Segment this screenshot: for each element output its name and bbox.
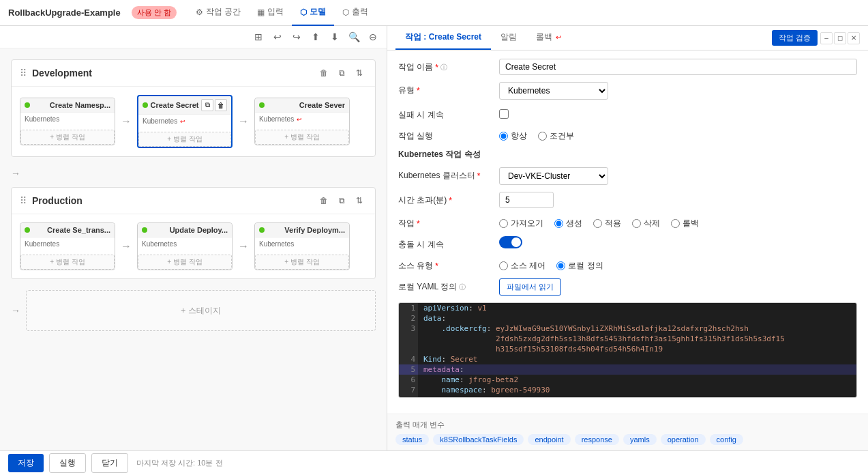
stage-settings-btn[interactable]: ⇅ [352,66,367,81]
timeout-input[interactable] [499,192,554,208]
file-read-btn[interactable]: 파일에서 읽기 [499,278,561,296]
search-btn[interactable]: 🔍 [346,29,362,45]
task-parallel-add-server[interactable]: + 병렬 작업 [255,130,349,145]
radio-always[interactable]: 항상 [499,130,527,142]
stage-delete-btn[interactable]: 🗑 [316,66,331,81]
zoom-out-btn[interactable]: ⊖ [365,29,381,45]
tab-task-detail[interactable]: 작업 : Create Secret [395,26,491,50]
tab-output[interactable]: ⬡ 출력 [334,0,376,26]
task-parallel-add-verify[interactable]: + 병렬 작업 [255,255,349,270]
task-wrap-create-se-trans: Create Se_trans... Kubernetes + 병렬 작업 [20,222,115,270]
label-k8s-cluster: Kubernetes 클러스터 * [398,167,494,182]
tab-rollback[interactable]: 롤백 ↩ [526,26,571,50]
task-name-input[interactable] [499,59,857,75]
output-tag-yamls[interactable]: yamls [623,434,657,445]
radio-fetch-input[interactable] [499,219,508,228]
radio-fetch[interactable]: 가져오기 [499,218,543,229]
label-task-run: 작업 실행 [398,128,494,142]
undo-btn[interactable]: ↩ [269,29,286,45]
tab-alerts[interactable]: 알림 [491,26,526,50]
code-line-3: 3 .dockercfg: eyJzWIwaG9ueS10YWSnby1iZXR… [399,323,856,334]
radio-delete-input[interactable] [632,219,641,228]
radio-conditional[interactable]: 조건부 [538,130,574,142]
code-editor[interactable]: 1 apiVersion: v1 2 data: 3 .dockercfg: e… [398,302,857,398]
tab-workspace[interactable]: ⚙ 작업 공간 [188,0,249,26]
model-icon: ⬡ [300,8,307,17]
task-card-create-server[interactable]: Create Sever Kubernetes ↩ + 병렬 작업 [254,98,350,145]
drag-handle-icon: ⠿ [20,68,27,78]
download-btn[interactable]: ⬇ [327,29,343,45]
k8s-cluster-select[interactable]: Dev-VKE-Cluster [499,167,608,185]
radio-rollback[interactable]: 롤백 [671,218,699,229]
validate-btn[interactable]: 작업 검증 [772,30,818,46]
stage-copy-btn[interactable]: ⧉ [334,66,349,81]
tab-model[interactable]: ⬡ 모델 [292,0,334,26]
radio-conditional-input[interactable] [538,132,547,141]
radio-source-control-input[interactable] [499,261,508,270]
type-select[interactable]: Kubernetes [499,82,608,100]
radio-apply-input[interactable] [593,219,602,228]
task-card-create-namespace[interactable]: Create Namesp... Kubernetes + 병렬 작업 [20,98,115,145]
task-card-create-se-trans[interactable]: Create Se_trans... Kubernetes + 병렬 작업 [20,222,115,270]
conflict-toggle[interactable] [499,236,522,248]
task-card-verify-deploym[interactable]: Verify Deploym... Kubernetes + 병렬 작업 [254,222,350,270]
fit-btn[interactable]: ⊞ [250,29,267,45]
minimize-btn[interactable]: – [820,32,833,44]
save-button[interactable]: 저장 [8,454,44,472]
output-tag-status[interactable]: status [395,434,429,445]
radio-local-def[interactable]: 로컬 정의 [556,260,603,272]
form-row-type: 유형 * Kubernetes [398,82,857,100]
stage-production-copy-btn[interactable]: ⧉ [334,193,349,208]
redo-btn[interactable]: ↪ [288,29,305,45]
radio-create[interactable]: 생성 [554,218,582,229]
task-act-delete-btn[interactable]: 🗑 [215,99,227,111]
task-parallel-add-secret[interactable]: + 병렬 작업 [138,132,231,147]
run-button[interactable]: 실행 [49,453,86,473]
bottom-bar: 저장 실행 닫기 마지막 저장 시간: 10분 전 [0,450,868,475]
add-stage-btn[interactable]: + 스테이지 [26,290,376,331]
value-source-type: 소스 제어 로컬 정의 [499,257,857,272]
task-arrow-prod-2: → [238,240,249,253]
task-card-verify-deploym-title: Verify Deploym... [284,226,345,234]
rollback-indicator-icon: ↩ [556,33,561,41]
radio-source-control[interactable]: 소스 제어 [499,260,545,272]
main-layout: ⊞ ↩ ↪ ⬆ ⬇ 🔍 ⊖ ⠿ Development 🗑 ⧉ ⇅ [0,26,868,450]
right-panel: 작업 : Create Secret 알림 롤백 ↩ 작업 검증 – ◻ ✕ [387,26,868,450]
task-parallel-add-namespace[interactable]: + 병렬 작업 [20,130,115,145]
task-card-update-deploy[interactable]: Update Deploy... Kubernetes + 병렬 작업 [137,222,233,270]
task-parallel-add-se-trans[interactable]: + 병렬 작업 [20,255,115,270]
value-local-yaml: 파일에서 읽기 [499,278,857,296]
radio-apply[interactable]: 적용 [593,218,621,229]
task-parallel-add-update[interactable]: + 병렬 작업 [138,255,232,270]
close-button[interactable]: 닫기 [91,453,128,473]
radio-create-input[interactable] [554,219,563,228]
form-row-task-run: 작업 실행 항상 조건부 [398,128,857,142]
canvas-toolbar: ⊞ ↩ ↪ ⬆ ⬇ 🔍 ⊖ [0,26,387,48]
output-tag-endpoint[interactable]: endpoint [528,434,570,445]
radio-delete[interactable]: 삭제 [632,218,660,229]
upload-btn[interactable]: ⬆ [308,29,324,45]
code-line-4: 4 Kind: Secret [399,354,856,364]
output-tag-k8srollback[interactable]: k8SRollbackTaskFields [433,434,524,445]
tab-input[interactable]: ▦ 입력 [249,0,292,26]
stage-production-delete-btn[interactable]: 🗑 [316,193,331,208]
fail-continue-checkbox[interactable] [499,109,509,119]
output-tag-config[interactable]: config [710,434,743,445]
output-tag-response[interactable]: response [575,434,619,445]
close-btn[interactable]: ✕ [848,32,860,44]
label-conflict: 충돌 시 계속 [398,236,494,250]
task-card-create-secret[interactable]: Create Secret ⧉ 🗑 Kubernetes ↩ [137,95,233,148]
task-card-create-server-header: Create Sever [255,98,349,113]
required-indicator-4: * [449,196,452,205]
value-type: Kubernetes [499,82,857,100]
stage-connector: → [11,168,376,179]
app-title: RollbackUpgrade-Example [8,8,121,18]
task-act-copy-btn[interactable]: ⧉ [201,99,213,111]
stage-production-settings-btn[interactable]: ⇅ [352,193,367,208]
radio-always-input[interactable] [499,132,508,141]
restore-btn[interactable]: ◻ [834,32,846,44]
radio-rollback-input[interactable] [671,219,680,228]
output-tag-operation[interactable]: operation [661,434,706,445]
radio-local-def-input[interactable] [556,261,565,270]
task-wrap-create-namespace: Create Namesp... Kubernetes + 병렬 작업 [20,98,115,145]
